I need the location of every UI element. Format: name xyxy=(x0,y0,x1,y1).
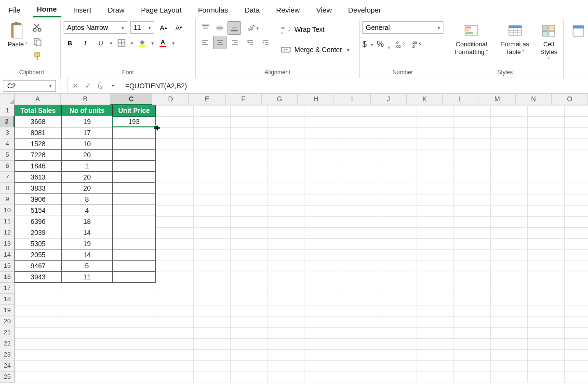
decrease-font-button[interactable]: A▾ xyxy=(173,21,185,34)
col-header-L[interactable]: L xyxy=(443,94,479,105)
row-header-12[interactable]: 12 xyxy=(0,227,14,238)
font-color-button[interactable]: A xyxy=(157,37,169,49)
col-header-A[interactable]: A xyxy=(15,94,61,105)
row-header-14[interactable]: 14 xyxy=(0,249,14,261)
spreadsheet-grid[interactable]: ABCDEFGHIJKLMNO 123456789101112131415161… xyxy=(0,94,588,383)
table-data-cell[interactable] xyxy=(112,216,156,227)
table-data-cell[interactable]: 20 xyxy=(61,171,113,183)
formula-input[interactable]: =QUOTIENT(A2,B2) xyxy=(120,82,588,90)
table-data-cell[interactable] xyxy=(112,238,156,249)
menu-developer[interactable]: Developer xyxy=(344,3,385,17)
col-header-N[interactable]: N xyxy=(516,94,552,105)
table-data-cell[interactable] xyxy=(112,171,156,183)
table-data-cell[interactable] xyxy=(112,205,156,216)
select-all-corner[interactable] xyxy=(0,94,15,105)
row-header-18[interactable]: 18 xyxy=(0,294,14,305)
align-bottom-button[interactable] xyxy=(227,21,241,35)
decrease-indent-button[interactable] xyxy=(244,37,256,49)
table-data-cell[interactable]: 14 xyxy=(61,249,113,261)
table-data-cell[interactable] xyxy=(112,271,156,283)
wrap-text-button[interactable]: abc Wrap Text xyxy=(280,21,349,38)
table-data-cell[interactable]: 193 xyxy=(112,116,156,127)
table-data-cell[interactable]: 19 xyxy=(61,238,113,249)
row-header-2[interactable]: 2 xyxy=(0,116,14,127)
format-painter-button[interactable] xyxy=(31,50,44,63)
percent-button[interactable]: % xyxy=(377,40,384,49)
row-header-13[interactable]: 13 xyxy=(0,238,14,249)
row-header-9[interactable]: 9 xyxy=(0,194,14,205)
increase-indent-button[interactable] xyxy=(259,37,272,49)
name-box[interactable]: C2 ▾ xyxy=(3,80,56,92)
row-header-6[interactable]: 6 xyxy=(0,161,14,172)
italic-button[interactable]: I xyxy=(79,37,92,49)
row-header-5[interactable]: 5 xyxy=(0,150,14,161)
table-data-cell[interactable] xyxy=(112,160,156,172)
table-data-cell[interactable]: 10 xyxy=(61,138,113,150)
decrease-decimal-button[interactable]: .00.0 xyxy=(411,38,423,51)
cancel-formula-button[interactable]: ✕ xyxy=(70,82,80,90)
table-data-cell[interactable]: 1528 xyxy=(14,138,62,150)
menu-review[interactable]: Review xyxy=(272,3,304,17)
col-header-B[interactable]: B xyxy=(61,94,111,105)
font-name-select[interactable]: Aptos Narrow▾ xyxy=(64,21,127,34)
row-header-8[interactable]: 8 xyxy=(0,183,14,194)
menu-view[interactable]: View xyxy=(312,3,335,17)
increase-decimal-button[interactable]: .0.00 xyxy=(394,38,407,51)
row-header-17[interactable]: 17 xyxy=(0,283,14,294)
menu-data[interactable]: Data xyxy=(241,3,264,17)
row-header-4[interactable]: 4 xyxy=(0,138,14,150)
insert-function-button[interactable]: fx xyxy=(95,81,105,91)
table-data-cell[interactable]: 7228 xyxy=(14,149,62,161)
col-header-G[interactable]: G xyxy=(262,94,298,105)
fill-color-button[interactable] xyxy=(136,37,148,49)
table-data-cell[interactable]: 3833 xyxy=(14,182,62,194)
menu-home[interactable]: Home xyxy=(33,2,61,17)
increase-font-button[interactable]: A▴ xyxy=(157,21,170,34)
table-data-cell[interactable]: 6396 xyxy=(14,216,62,227)
table-data-cell[interactable]: 3668 xyxy=(14,116,62,127)
table-data-cell[interactable]: 14 xyxy=(61,227,113,238)
menu-draw[interactable]: Draw xyxy=(104,3,128,17)
enter-formula-button[interactable]: ✓ xyxy=(83,82,93,90)
col-header-M[interactable]: M xyxy=(479,94,515,105)
align-top-button[interactable] xyxy=(199,21,212,35)
menu-file[interactable]: File xyxy=(5,3,24,17)
col-header-H[interactable]: H xyxy=(298,94,334,105)
table-data-cell[interactable] xyxy=(112,249,156,261)
bold-button[interactable]: B xyxy=(64,37,76,49)
table-data-cell[interactable]: 19 xyxy=(61,116,113,127)
format-as-table-button[interactable]: Format as Table xyxy=(498,21,532,56)
merge-center-button[interactable]: Merge & Center ▾ xyxy=(280,41,349,58)
row-header-19[interactable]: 19 xyxy=(0,305,14,316)
row-header-22[interactable]: 22 xyxy=(0,338,14,349)
col-header-J[interactable]: J xyxy=(371,94,407,105)
align-middle-button[interactable] xyxy=(213,21,227,35)
table-header-cell[interactable]: No of units xyxy=(61,105,113,116)
cell-styles-button[interactable]: Cell Styles xyxy=(536,21,561,64)
col-header-K[interactable]: K xyxy=(407,94,443,105)
row-header-11[interactable]: 11 xyxy=(0,216,14,227)
col-header-C[interactable]: C xyxy=(110,94,152,105)
copy-button[interactable] xyxy=(31,36,44,48)
table-data-cell[interactable]: 11 xyxy=(61,271,113,283)
col-header-E[interactable]: E xyxy=(189,94,225,105)
row-header-20[interactable]: 20 xyxy=(0,316,14,327)
table-data-cell[interactable]: 2039 xyxy=(14,227,62,238)
orientation-button[interactable]: ab ▾ xyxy=(246,21,259,35)
menu-page-layout[interactable]: Page Layout xyxy=(137,3,185,17)
paste-button[interactable]: Paste xyxy=(6,21,29,49)
insert-cells-button[interactable] xyxy=(567,21,588,41)
row-header-1[interactable]: 1 xyxy=(0,105,14,116)
table-data-cell[interactable] xyxy=(112,149,156,161)
table-data-cell[interactable]: 2055 xyxy=(14,249,62,261)
row-header-23[interactable]: 23 xyxy=(0,349,14,360)
table-data-cell[interactable]: 5305 xyxy=(14,238,62,249)
currency-button[interactable]: $ xyxy=(362,40,367,49)
column-headers[interactable]: ABCDEFGHIJKLMNO xyxy=(15,94,588,105)
align-center-button[interactable] xyxy=(213,36,227,49)
table-data-cell[interactable]: 20 xyxy=(61,182,113,194)
cut-button[interactable] xyxy=(31,21,44,34)
menu-insert[interactable]: Insert xyxy=(69,3,95,17)
table-data-cell[interactable] xyxy=(112,182,156,194)
table-data-cell[interactable] xyxy=(112,138,156,150)
